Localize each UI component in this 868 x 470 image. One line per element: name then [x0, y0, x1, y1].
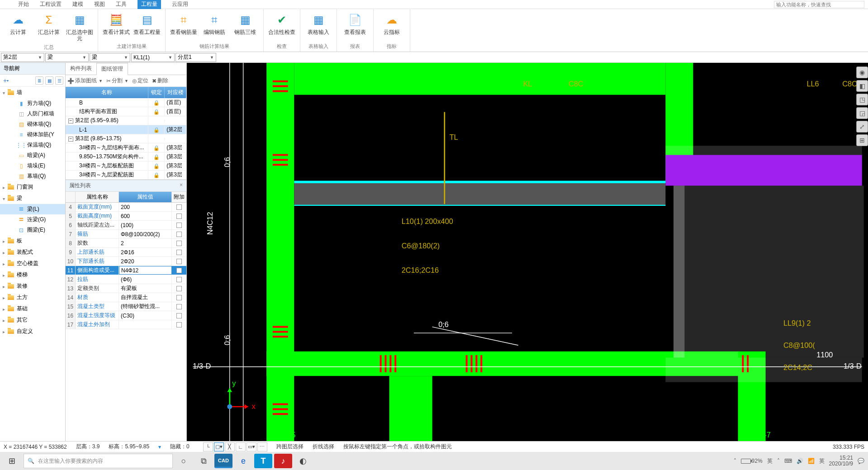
grid-tool[interactable]: ⊞: [856, 134, 868, 146]
selector-梁[interactable]: 梁▼: [45, 53, 89, 62]
nav-group-其它[interactable]: 其它: [0, 314, 65, 326]
fit-tool[interactable]: ⤢: [856, 121, 868, 133]
nav-group-装配式[interactable]: 装配式: [0, 247, 65, 258]
cube-tool-2[interactable]: ◲: [856, 107, 868, 119]
dwg-row[interactable]: −第2层 (5.95~9.85): [66, 116, 186, 125]
attr-row-10[interactable]: 10下部通长筋2Φ20: [66, 257, 186, 266]
nav-item-幕墙(Q)[interactable]: ▥幕墙(Q): [0, 171, 65, 181]
iso-view-tool[interactable]: ◧: [856, 80, 868, 92]
polyline-select[interactable]: 折线选择: [313, 443, 334, 451]
attr-extra-checkbox[interactable]: [176, 322, 182, 328]
attr-extra-checkbox[interactable]: [176, 277, 182, 282]
attr-row-17[interactable]: 17混凝土外加剂: [66, 320, 186, 329]
attr-row-15[interactable]: 15混凝土类型(特细砂塑性混...: [66, 302, 186, 311]
ribbon-钢筋三维-button[interactable]: ▦钢筋三维: [231, 11, 260, 41]
attr-value-input[interactable]: [121, 267, 170, 274]
dwg-tb-删除[interactable]: ✖删除: [152, 77, 168, 85]
nav-group-装修[interactable]: 装修: [0, 280, 65, 292]
snap-select[interactable]: ▭▾: [247, 442, 256, 451]
nav-group-梁[interactable]: 梁: [0, 193, 65, 204]
nav-item-砌体墙(Q)[interactable]: ▤砌体墙(Q): [0, 119, 65, 129]
nav-group-基础[interactable]: 基础: [0, 303, 65, 314]
tray-notifications-icon[interactable]: 💬: [858, 458, 864, 464]
menu-tab-project[interactable]: 工程设置: [40, 0, 62, 8]
lock-icon[interactable]: 🔒: [153, 154, 160, 160]
attr-row-6[interactable]: 6轴线距梁左边...(100): [66, 221, 186, 230]
nav-group-板[interactable]: 板: [0, 235, 65, 247]
nav-item-梁(L)[interactable]: 〓梁(L): [0, 204, 65, 214]
attr-row-12[interactable]: 12拉筋(Φ6): [66, 275, 186, 284]
attr-extra-checkbox[interactable]: [176, 223, 182, 228]
lock-icon[interactable]: 🔒: [153, 127, 160, 133]
task-netease[interactable]: ♪: [274, 454, 292, 468]
selector-分层1[interactable]: 分层1▼: [175, 53, 216, 62]
selector-第2层[interactable]: 第2层▼: [1, 53, 44, 62]
tray-battery[interactable]: 92%: [741, 458, 763, 464]
lock-icon[interactable]: 🔒: [153, 109, 160, 114]
nav-group-墙[interactable]: 墙: [0, 87, 65, 98]
nav-item-墙垛(E)[interactable]: ▯墙垛(E): [0, 161, 65, 171]
attr-row-11[interactable]: 11侧面构造或受...: [66, 266, 186, 275]
dwg-row[interactable]: B🔒(首层): [66, 98, 186, 107]
attr-extra-checkbox[interactable]: [176, 286, 182, 291]
cross-layer-select[interactable]: 跨图层选择: [276, 443, 304, 451]
dwg-row[interactable]: 3#楼四～九层梁配筋图🔒(第3层: [66, 171, 186, 180]
tab-component-list[interactable]: 构件列表: [66, 63, 96, 75]
snap-more[interactable]: ⋯: [257, 442, 267, 451]
nav-tree-view-button[interactable]: ☰: [55, 76, 63, 85]
attr-row-14[interactable]: 14材质自拌混凝土: [66, 293, 186, 302]
menu-tab-model[interactable]: 建模: [72, 0, 83, 8]
tray-keyboard-icon[interactable]: ⌨: [784, 458, 792, 464]
attr-extra-checkbox[interactable]: [176, 295, 182, 300]
nav-group-楼梯[interactable]: 楼梯: [0, 269, 65, 280]
nav-item-暗梁(A)[interactable]: ▭暗梁(A): [0, 150, 65, 161]
attr-row-13[interactable]: 13定额类别有梁板: [66, 284, 186, 293]
ribbon-云指标-button[interactable]: ☁云指标: [377, 11, 406, 41]
start-button[interactable]: ⊞: [2, 454, 22, 468]
nav-item-连梁(G)[interactable]: 〓连梁(G): [0, 214, 65, 225]
tab-drawing-manage[interactable]: 图纸管理: [96, 63, 128, 75]
ribbon-表格输入-button[interactable]: ▦表格输入: [304, 11, 333, 41]
dwg-row[interactable]: 结构平面布置图🔒(首层): [66, 107, 186, 116]
ribbon-汇总选中图元-button[interactable]: ▦汇总选中图元: [65, 11, 94, 42]
nav-item-保温墙(Q)[interactable]: ⋮⋮保温墙(Q): [0, 140, 65, 150]
menu-tab-start[interactable]: 开始: [18, 0, 29, 8]
selector-KL1(1)[interactable]: KL1(1)▼: [131, 53, 175, 62]
nav-add-button[interactable]: +▾: [2, 76, 10, 85]
nav-icon-view-button[interactable]: ▦: [45, 76, 53, 85]
attr-extra-checkbox[interactable]: [176, 214, 182, 219]
task-cortana[interactable]: ○: [175, 454, 193, 468]
attr-row-4[interactable]: 4截面宽度(mm)200: [66, 203, 186, 212]
menu-tab-quantity[interactable]: 工程量: [138, 0, 161, 9]
ribbon-云计算-button[interactable]: ☁云计算: [4, 11, 33, 42]
nav-group-自定义[interactable]: 自定义: [0, 326, 65, 337]
attr-row-7[interactable]: 7箍筋Φ8@100/200(2): [66, 230, 186, 239]
task-edge[interactable]: e: [234, 454, 252, 468]
status-elev-dropdown[interactable]: ▾: [158, 444, 161, 450]
tray-volume-icon[interactable]: 🔊: [797, 458, 803, 464]
top-search-input[interactable]: [774, 1, 864, 8]
attr-extra-checkbox[interactable]: [176, 204, 182, 210]
dwg-tb-定位[interactable]: ◎定位: [132, 77, 148, 85]
ribbon-查看计算式-button[interactable]: 🧮查看计算式: [102, 11, 131, 41]
attr-row-8[interactable]: 8胶数2: [66, 239, 186, 248]
menu-tab-cloud[interactable]: 云应用: [172, 0, 188, 8]
nav-item-人防门框墙[interactable]: ◫人防门框墙: [0, 109, 65, 119]
attr-extra-checkbox[interactable]: [176, 268, 182, 273]
attr-extra-checkbox[interactable]: [176, 304, 182, 309]
task-app-1[interactable]: CAD: [214, 454, 232, 468]
lock-icon[interactable]: 🔒: [153, 100, 160, 105]
lock-icon[interactable]: 🔒: [153, 172, 160, 178]
ribbon-编辑钢筋-button[interactable]: ⌗编辑钢筋: [200, 11, 229, 41]
nav-item-砌体加筋(Y[interactable]: ≡砌体加筋(Y: [0, 129, 65, 140]
tray-expand[interactable]: ˄: [734, 458, 736, 464]
nav-item-圈梁(E)[interactable]: ⊡圈梁(E): [0, 225, 65, 235]
attr-extra-checkbox[interactable]: [176, 250, 182, 255]
attr-extra-checkbox[interactable]: [176, 241, 182, 246]
nav-group-土方[interactable]: 土方: [0, 292, 65, 303]
snap-perp[interactable]: ∟: [236, 442, 246, 451]
menu-tab-tool[interactable]: 工具: [116, 0, 127, 8]
snap-object[interactable]: ▢▾: [214, 442, 224, 451]
tray-ime-1[interactable]: 英: [767, 457, 773, 465]
task-app-3[interactable]: ◐: [294, 454, 312, 468]
